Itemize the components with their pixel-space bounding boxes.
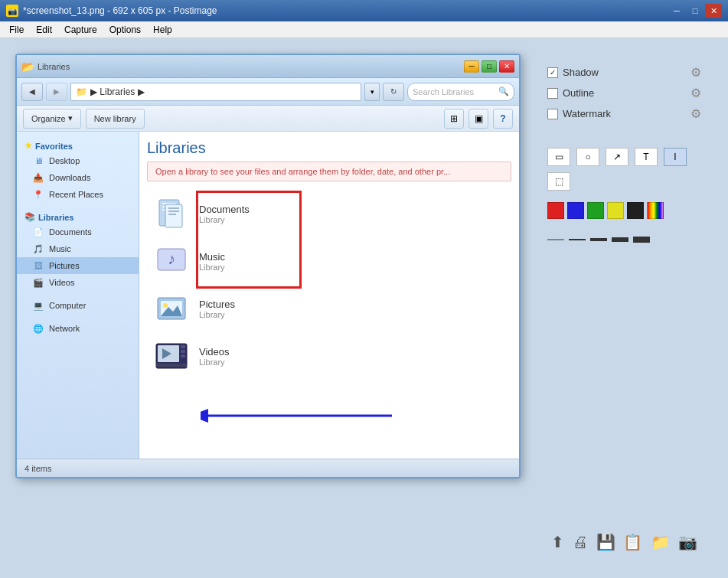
library-item-pictures[interactable]: Pictures Library: [147, 286, 511, 331]
svg-rect-18: [181, 350, 185, 353]
forward-button[interactable]: ▶: [46, 83, 67, 101]
thickness-thickest[interactable]: [633, 233, 650, 246]
lib-music-type: Library: [199, 263, 225, 272]
save-button[interactable]: 💾: [596, 533, 615, 551]
sidebar-network-label: Network: [49, 324, 80, 333]
menu-capture[interactable]: Capture: [58, 23, 103, 37]
sidebar-item-documents[interactable]: 📄 Documents: [17, 224, 139, 240]
menu-edit[interactable]: Edit: [30, 23, 58, 37]
menu-options[interactable]: Options: [103, 23, 147, 37]
address-dropdown[interactable]: ▾: [364, 83, 380, 101]
copy-button[interactable]: 📋: [623, 533, 642, 551]
view-options-button[interactable]: ⊞: [444, 109, 464, 129]
watermark-gear-icon[interactable]: ⚙: [690, 106, 701, 121]
sidebar-item-desktop[interactable]: 🖥 Desktop: [17, 152, 139, 169]
explorer-minimize[interactable]: ─: [464, 60, 479, 73]
sidebar-computer-label: Computer: [49, 301, 86, 310]
new-library-button[interactable]: New library: [86, 109, 145, 129]
shadow-gear-icon[interactable]: ⚙: [690, 65, 701, 80]
explorer-navbar: ◀ ▶ 📁 ▶ Libraries ▶ ▾ ↻ Search Libraries…: [17, 78, 519, 106]
shadow-checkbox[interactable]: [547, 67, 558, 78]
close-button[interactable]: ✕: [705, 4, 722, 18]
color-black[interactable]: [627, 202, 644, 219]
app-title: *screenshot_13.png - 692 x 605 px - Post…: [23, 5, 217, 16]
thickness-thick[interactable]: [590, 233, 607, 246]
thickness-thin[interactable]: [547, 233, 564, 246]
text-tool[interactable]: T: [635, 148, 658, 166]
outline-label: Outline: [563, 87, 594, 99]
search-placeholder: Search Libraries: [413, 87, 474, 96]
favorites-section: ★ Favorites: [17, 138, 139, 152]
explorer-body: ★ Favorites 🖥 Desktop 📥 Downloads 📍 Rece…: [17, 132, 519, 459]
help-button[interactable]: ?: [493, 109, 513, 129]
refresh-button[interactable]: ↻: [383, 83, 404, 101]
sidebar-item-recent-places[interactable]: 📍 Recent Places: [17, 186, 139, 203]
svg-rect-19: [181, 354, 185, 358]
organize-button[interactable]: Organize ▾: [23, 109, 81, 129]
color-yellow[interactable]: [607, 202, 624, 219]
option-watermark-row: Watermark ⚙: [547, 106, 701, 121]
watermark-checkbox[interactable]: [547, 109, 558, 119]
maximize-button[interactable]: □: [687, 4, 704, 18]
camera-button[interactable]: 📷: [678, 533, 697, 551]
svg-rect-5: [168, 207, 179, 209]
explorer-close[interactable]: ✕: [499, 60, 514, 73]
lib-pictures-type: Library: [199, 310, 235, 319]
sidebar-item-pictures[interactable]: 🖼 Pictures: [17, 257, 139, 274]
library-item-documents[interactable]: Documents Library: [147, 191, 511, 237]
library-item-videos[interactable]: Videos Library: [147, 333, 511, 379]
options-section: Shadow ⚙ Outline ⚙ Watermark: [547, 65, 701, 121]
crop-tool[interactable]: ⬚: [547, 172, 570, 191]
menu-help[interactable]: Help: [147, 23, 178, 37]
rectangle-tool[interactable]: ▭: [547, 148, 570, 166]
color-green[interactable]: [587, 202, 604, 219]
thickness-medium[interactable]: [569, 233, 586, 246]
search-box[interactable]: Search Libraries 🔍: [407, 83, 514, 101]
back-button[interactable]: ◀: [21, 83, 43, 101]
sidebar-item-videos[interactable]: 🎬 Videos: [17, 274, 139, 291]
minimize-button[interactable]: ─: [668, 4, 685, 18]
shadow-label: Shadow: [563, 67, 599, 78]
sidebar-item-music[interactable]: 🎵 Music: [17, 240, 139, 257]
libraries-section-label: Libraries: [38, 213, 73, 222]
color-blue[interactable]: [567, 202, 584, 219]
outline-gear-icon[interactable]: ⚙: [690, 86, 701, 100]
sidebar-docs-label: Documents: [49, 227, 92, 237]
upload-button[interactable]: ⬆: [551, 533, 564, 551]
music-lib-icon: ♪: [153, 243, 190, 279]
explorer-titlebar: 📂 Libraries ─ □ ✕: [17, 55, 519, 78]
lib-documents-type: Library: [199, 215, 250, 224]
svg-rect-6: [168, 211, 179, 212]
preview-pane-button[interactable]: ▣: [468, 109, 488, 129]
explorer-maximize[interactable]: □: [482, 60, 497, 73]
thickness-selector: [547, 233, 701, 246]
arrow-tool[interactable]: ↗: [606, 148, 628, 166]
sidebar-docs-icon: 📄: [32, 226, 44, 238]
thickness-thicker[interactable]: [612, 233, 628, 246]
sidebar-music-label: Music: [49, 244, 71, 253]
outline-checkbox[interactable]: [547, 88, 558, 99]
libraries-icon: 📚: [24, 212, 35, 222]
sidebar-recent-label: Recent Places: [49, 190, 103, 199]
sidebar-item-network[interactable]: 🌐 Network: [17, 320, 139, 337]
documents-lib-icon: [153, 195, 190, 232]
color-spectrum[interactable]: [647, 202, 664, 219]
address-bar[interactable]: 📁 ▶ Libraries ▶: [70, 83, 361, 101]
sidebar-item-downloads[interactable]: 📥 Downloads: [17, 169, 139, 186]
desktop-icon: 🖥: [32, 155, 44, 167]
highlight-tool[interactable]: I: [664, 148, 687, 166]
library-item-music[interactable]: ♪ Music Library: [147, 238, 511, 284]
sidebar-desktop-label: Desktop: [49, 156, 80, 165]
libraries-section: 📚 Libraries: [17, 209, 139, 224]
lib-documents-name: Documents: [199, 204, 250, 215]
app-titlebar: 📷 *screenshot_13.png - 692 x 605 px - Po…: [0, 0, 728, 21]
watermark-label: Watermark: [563, 108, 611, 119]
sidebar-item-computer[interactable]: 💻 Computer: [17, 297, 139, 314]
folder-button[interactable]: 📁: [651, 533, 670, 551]
menu-file[interactable]: File: [3, 23, 30, 37]
print-button[interactable]: 🖨: [573, 534, 588, 551]
bottom-toolbar: ⬆ 🖨 💾 📋 📁 📷: [547, 533, 701, 551]
color-red[interactable]: [547, 202, 564, 219]
option-shadow-row: Shadow ⚙: [547, 65, 701, 80]
ellipse-tool[interactable]: ○: [576, 148, 599, 166]
